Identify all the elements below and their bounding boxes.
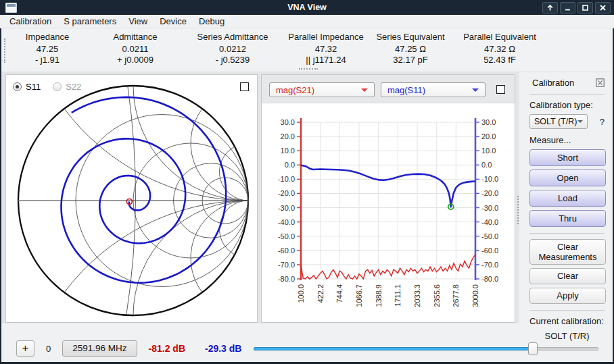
readout-impedance: Impedance47.25- j1.91 <box>7 32 88 66</box>
window-controls <box>542 2 614 14</box>
measurement-toolbar: Impedance47.25- j1.91Admittance0.0211+ j… <box>1 28 613 72</box>
slider-handle[interactable] <box>528 342 538 355</box>
menu-s-parameters[interactable]: S parameters <box>57 15 122 28</box>
readout-value-2: - j0.5239 <box>183 55 283 66</box>
measure-label: Measure... <box>529 135 605 145</box>
main-area: Impedance47.25- j1.91Admittance0.0211+ j… <box>1 28 613 362</box>
svg-text:-70.0: -70.0 <box>481 261 498 269</box>
svg-text:-80.0: -80.0 <box>481 275 498 283</box>
svg-text:100.0: 100.0 <box>297 284 305 303</box>
minimize-button[interactable] <box>560 2 575 14</box>
svg-text:744.4: 744.4 <box>335 284 344 303</box>
trace1-select[interactable]: mag(S21) <box>269 82 375 97</box>
help-icon[interactable]: ? <box>600 117 605 127</box>
svg-text:-10.0: -10.0 <box>481 175 498 183</box>
svg-text:-80.0: -80.0 <box>278 275 295 283</box>
svg-text:-50.0: -50.0 <box>278 232 295 240</box>
menu-debug[interactable]: Debug <box>193 15 231 28</box>
magnitude-plot: 30.030.020.020.010.010.00.00.0-10.0-10.0… <box>262 103 515 322</box>
detach-window-icon[interactable] <box>496 85 505 94</box>
svg-text:10.0: 10.0 <box>481 147 496 155</box>
svg-text:2033.3: 2033.3 <box>413 284 421 307</box>
readout-value-2: + j0.0009 <box>88 55 183 66</box>
menu-view[interactable]: View <box>122 15 154 28</box>
readout-value-1: 47.25 <box>7 44 88 55</box>
app-window: VNA View CalibrationS parametersViewDevi… <box>0 0 614 364</box>
window-title: VNA View <box>0 3 614 12</box>
readout-label: Parallel Equivalent <box>452 32 548 42</box>
svg-text:-20.0: -20.0 <box>481 189 498 197</box>
calibration-sidebar: Calibration Calibration type: SOLT (T/R)… <box>519 72 611 362</box>
calibration-type-select[interactable]: SOLT (T/R) <box>529 114 588 129</box>
s11-mag-trace <box>301 165 475 207</box>
s21-marker-value: -81.2 dB <box>149 343 185 354</box>
smith-chart-panel: S11 S22 <box>5 74 258 323</box>
readout-value-1: 0.0211 <box>88 44 183 55</box>
keep-above-button[interactable] <box>542 2 558 14</box>
thru-button[interactable]: Thru <box>529 210 606 227</box>
menubar: CalibrationS parametersViewDeviceDebug <box>0 15 614 28</box>
readout-series-equivalent: Series Equivalent47.25 Ω32.17 pF <box>369 32 452 66</box>
svg-text:1066.7: 1066.7 <box>355 284 363 307</box>
readout-label: Admittance <box>88 32 183 42</box>
close-button[interactable] <box>595 2 611 14</box>
s11-radio-label[interactable]: S11 <box>26 82 41 92</box>
svg-text:10.0: 10.0 <box>281 147 295 155</box>
svg-text:30.0: 30.0 <box>281 118 295 126</box>
open-button[interactable]: Open <box>529 170 606 186</box>
short-button[interactable]: Short <box>529 149 606 166</box>
svg-text:-60.0: -60.0 <box>481 246 498 255</box>
chevron-down-icon <box>472 88 479 92</box>
readout-value-2: - j1.91 <box>7 55 88 66</box>
svg-text:-30.0: -30.0 <box>481 204 498 212</box>
clear-measurements-button[interactable]: Clear Measurements <box>529 239 606 265</box>
trace2-select-value: mag(S11) <box>387 85 425 95</box>
readout-series-admittance: Series Admittance0.0212- j0.5239 <box>183 32 283 66</box>
magnitude-plot-panel: mag(S21) mag(S11) 30.030.020.020.010.010… <box>261 74 515 323</box>
svg-text:0.0: 0.0 <box>481 161 492 169</box>
detach-window-icon[interactable] <box>240 82 249 91</box>
readout-value-1: 47.25 Ω <box>369 44 452 55</box>
toolbar-drag-handle[interactable] <box>4 38 5 63</box>
readout-value-1: 0.0212 <box>183 44 283 55</box>
measure-buttons: ShortOpenLoadThru <box>529 149 605 227</box>
readout-value-1: 47.32 <box>283 44 369 55</box>
marker-frequency-slider[interactable] <box>254 342 598 355</box>
svg-text:0.0: 0.0 <box>285 161 295 169</box>
dock-close-icon[interactable] <box>596 78 605 87</box>
marker-frequency-button[interactable]: 2591.96 MHz <box>62 340 137 357</box>
divider <box>529 310 605 311</box>
apply-button[interactable]: Apply <box>529 288 606 304</box>
s11-radio[interactable] <box>13 82 22 91</box>
menu-device[interactable]: Device <box>154 15 193 28</box>
svg-text:-70.0: -70.0 <box>278 261 295 269</box>
svg-text:3000.0: 3000.0 <box>471 284 479 307</box>
divider <box>529 94 605 95</box>
add-marker-button[interactable]: + <box>16 340 34 357</box>
s22-radio[interactable] <box>53 82 62 91</box>
titlebar: VNA View <box>0 0 614 15</box>
s22-radio-label[interactable]: S22 <box>66 82 81 92</box>
clear-button[interactable]: Clear <box>529 268 606 284</box>
readout-label: Series Admittance <box>183 32 283 42</box>
svg-text:20.0: 20.0 <box>481 132 496 140</box>
smith-chart <box>6 75 257 322</box>
calibration-type-value: SOLT (T/R) <box>534 117 577 126</box>
readout-value-2: 32.17 pF <box>369 55 452 66</box>
trace2-select[interactable]: mag(S11) <box>381 82 486 97</box>
readout-parallel-impedance: Parallel Impedance47.32|| j1171.24 <box>283 32 369 66</box>
toolbar-resize-handle[interactable] <box>299 68 318 70</box>
readout-label: Series Equivalent <box>369 32 452 42</box>
svg-text:2677.8: 2677.8 <box>452 284 460 307</box>
sidebar-drag-handle[interactable] <box>517 196 519 224</box>
svg-text:1388.9: 1388.9 <box>375 284 383 307</box>
calibration-action-buttons: Clear MeasurementsClearApply <box>529 239 605 304</box>
svg-text:20.0: 20.0 <box>281 132 295 140</box>
readout-value-2: || j1171.24 <box>283 55 369 66</box>
maximize-button[interactable] <box>577 2 593 14</box>
load-button[interactable]: Load <box>529 190 606 207</box>
menu-calibration[interactable]: Calibration <box>3 15 57 28</box>
svg-text:1711.1: 1711.1 <box>394 284 402 307</box>
marker-index: 0 <box>46 344 51 354</box>
svg-text:-40.0: -40.0 <box>278 218 295 226</box>
